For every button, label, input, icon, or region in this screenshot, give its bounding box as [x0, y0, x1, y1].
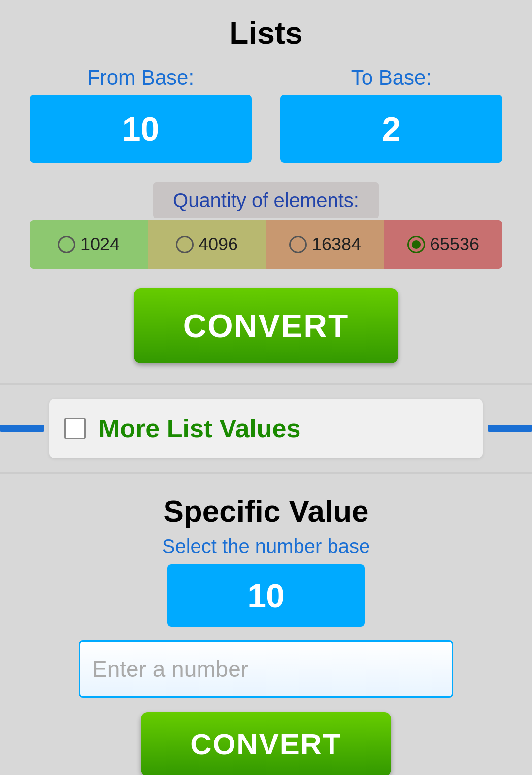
radio-16384[interactable] [289, 236, 307, 253]
select-base-label: Select the number base [162, 535, 370, 558]
specific-section: Specific Value Select the number base 10… [0, 474, 532, 775]
qty-option-1024[interactable]: 1024 [30, 220, 148, 269]
qty-label-65536: 65536 [430, 234, 479, 255]
specific-value-title: Specific Value [164, 493, 369, 528]
more-list-box[interactable]: More List Values [49, 399, 483, 458]
qty-label-4096: 4096 [199, 234, 238, 255]
from-base-button[interactable]: 10 [30, 95, 252, 163]
base-row: From Base: 10 To Base: 2 [30, 66, 502, 163]
quantity-label: Quantity of elements: [173, 189, 359, 211]
qty-option-16384[interactable]: 16384 [266, 220, 384, 269]
lists-title: Lists [229, 15, 302, 51]
from-base-label: From Base: [87, 66, 194, 90]
specific-base-button[interactable]: 10 [167, 564, 365, 627]
convert-button[interactable]: CONVERT [134, 288, 399, 363]
lists-section: Lists From Base: 10 To Base: 2 Quantity … [0, 0, 532, 383]
to-base-label: To Base: [351, 66, 432, 90]
number-input[interactable] [79, 640, 453, 698]
blue-line-left [0, 425, 44, 432]
blue-line-right [488, 425, 532, 432]
radio-4096[interactable] [176, 236, 194, 253]
to-base-button[interactable]: 2 [280, 95, 502, 163]
qty-label-1024: 1024 [80, 234, 120, 255]
quantity-options-row: 1024 4096 16384 65536 [30, 220, 502, 269]
quantity-label-box: Quantity of elements: [153, 182, 379, 218]
qty-label-16384: 16384 [312, 234, 361, 255]
specific-convert-button[interactable]: CONVERT [141, 712, 391, 775]
radio-65536[interactable] [407, 236, 425, 253]
qty-option-65536[interactable]: 65536 [384, 220, 502, 269]
qty-option-4096[interactable]: 4096 [148, 220, 266, 269]
more-list-section: More List Values [0, 383, 532, 474]
to-base-col: To Base: 2 [280, 66, 502, 163]
radio-1024[interactable] [58, 236, 75, 253]
from-base-col: From Base: 10 [30, 66, 252, 163]
more-list-label: More List Values [99, 414, 300, 443]
page-container: Lists From Base: 10 To Base: 2 Quantity … [0, 0, 532, 775]
more-list-checkbox[interactable] [64, 418, 86, 439]
quantity-section: Quantity of elements: 1024 4096 16384 6 [30, 182, 502, 269]
